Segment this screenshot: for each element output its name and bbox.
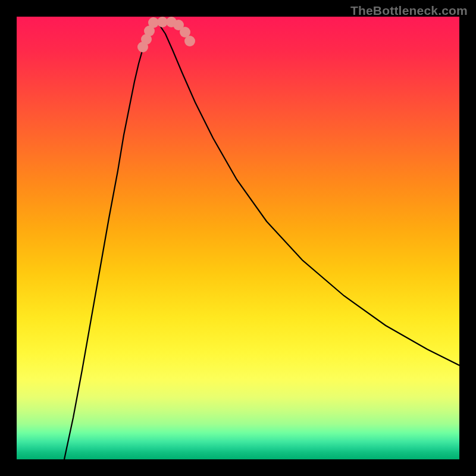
curve-left-branch (64, 21, 155, 459)
marker-dot (184, 36, 195, 46)
curve-svg (17, 17, 459, 459)
watermark-text: TheBottleneck.com (350, 4, 468, 18)
plot-area (17, 17, 459, 459)
curve-right-branch (155, 21, 459, 365)
chart-frame: TheBottleneck.com (0, 0, 476, 476)
